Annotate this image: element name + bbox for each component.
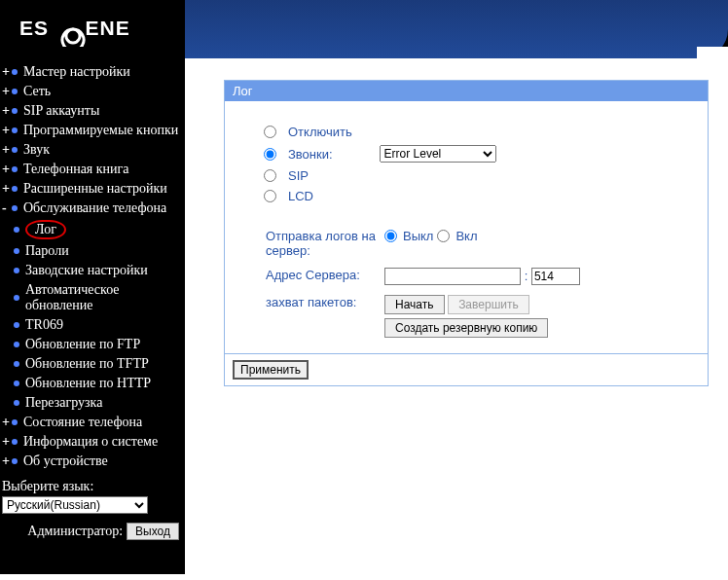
send-logs-label: Отправка логов на сервер: <box>266 225 382 262</box>
capture-start-button[interactable]: Начать <box>384 295 445 314</box>
expand-icon: + <box>2 181 12 197</box>
sidebar-item-label: SIP аккаунты <box>23 103 99 119</box>
log-mode-disable-radio[interactable] <box>264 126 276 138</box>
expand-icon: + <box>2 162 12 177</box>
bullet-icon <box>12 419 18 425</box>
expand-icon: + <box>2 123 12 138</box>
bullet-icon <box>12 166 18 172</box>
create-backup-button[interactable]: Создать резервную копию <box>384 318 548 338</box>
server-port-input[interactable] <box>531 268 580 285</box>
bullet-icon <box>12 439 18 445</box>
send-logs-on-label: Вкл <box>455 229 477 243</box>
sidebar-item-label: Состояние телефона <box>23 415 142 430</box>
bullet-icon <box>14 295 19 301</box>
sidebar-sub-passwords[interactable]: Пароли <box>0 241 185 261</box>
language-label: Выберите язык: <box>2 477 183 496</box>
log-mode-disable-label: Отключить <box>288 125 352 139</box>
sidebar-item-label: Пароли <box>25 243 69 259</box>
sidebar-item-label: Телефонная книга <box>23 162 129 177</box>
port-separator: : <box>525 269 528 283</box>
bullet-icon <box>12 108 18 114</box>
logo: ES ENE <box>0 0 185 58</box>
sidebar-item-about[interactable]: + Об устройстве <box>0 452 185 471</box>
sidebar-item-label: Мастер настройки <box>23 64 130 80</box>
log-mode-lcd-label: LCD <box>288 189 313 203</box>
expand-icon: + <box>2 415 12 430</box>
sidebar-item-programmable-keys[interactable]: + Программируемые кнопки <box>0 121 185 140</box>
sidebar-sub-tftp[interactable]: Обновление по TFTP <box>0 354 185 374</box>
bullet-icon <box>12 205 18 211</box>
expand-icon: + <box>2 453 12 469</box>
sidebar-item-phone-status[interactable]: + Состояние телефона <box>0 413 185 432</box>
sidebar-sub-factory[interactable]: Заводские настройки <box>0 261 185 280</box>
header-bar <box>185 0 728 58</box>
bullet-icon <box>14 322 19 328</box>
sidebar-item-sip-accounts[interactable]: + SIP аккаунты <box>0 101 185 121</box>
sidebar-item-wizard[interactable]: + Мастер настройки <box>0 62 185 82</box>
log-level-select[interactable]: Error Level <box>380 145 496 163</box>
send-logs-off-label: Выкл <box>403 229 433 243</box>
bullet-icon <box>14 227 19 233</box>
sidebar-item-system-info[interactable]: + Информация о системе <box>0 432 185 452</box>
sidebar-item-label: Обновление по HTTP <box>25 376 151 391</box>
bullet-icon <box>12 89 18 94</box>
sidebar-item-label: Автоматическое обновление <box>25 282 181 313</box>
sidebar-sub-reboot[interactable]: Перезагрузка <box>0 393 185 413</box>
bullet-icon <box>14 342 19 347</box>
log-mode-calls-label: Звонки: <box>288 147 333 162</box>
sidebar-sub-http[interactable]: Обновление по HTTP <box>0 374 185 393</box>
sidebar-item-label: Лог <box>25 220 66 239</box>
sidebar-item-sound[interactable]: + Звук <box>0 140 185 160</box>
sidebar-sub-tr069[interactable]: TR069 <box>0 315 185 335</box>
send-logs-on-radio[interactable] <box>437 230 450 242</box>
sidebar-item-maintenance[interactable]: - Обслуживание телефона <box>0 199 185 218</box>
packet-capture-label: захват пакетов: <box>266 291 382 342</box>
expand-icon: + <box>2 103 12 119</box>
sidebar-sub-autoupdate[interactable]: Автоматическое обновление <box>0 280 185 315</box>
bullet-icon <box>12 147 18 153</box>
collapse-icon: - <box>2 200 12 216</box>
bullet-icon <box>14 248 19 254</box>
panel-title: Лог <box>225 81 708 101</box>
sidebar-item-label: Программируемые кнопки <box>23 123 178 138</box>
sidebar-item-label: Перезагрузка <box>25 395 102 411</box>
server-address-input[interactable] <box>384 268 521 285</box>
sidebar: + Мастер настройки + Сеть + SIP аккаунты… <box>0 58 185 574</box>
log-mode-lcd-radio[interactable] <box>264 190 276 202</box>
expand-icon: + <box>2 142 12 158</box>
sidebar-item-label: Сеть <box>23 84 51 99</box>
bullet-icon <box>14 268 19 273</box>
sidebar-item-phonebook[interactable]: + Телефонная книга <box>0 160 185 179</box>
expand-icon: + <box>2 434 12 450</box>
language-select[interactable]: Русский(Russian) <box>2 496 148 514</box>
svg-text:ENE: ENE <box>86 17 130 39</box>
bullet-icon <box>12 186 18 192</box>
expand-icon: + <box>2 64 12 80</box>
sidebar-sub-ftp[interactable]: Обновление по FTP <box>0 335 185 354</box>
capture-finish-button[interactable]: Завершить <box>448 295 529 314</box>
sidebar-item-label: Информация о системе <box>23 434 158 450</box>
send-logs-off-radio[interactable] <box>384 230 397 242</box>
sidebar-sub-log[interactable]: Лог <box>0 218 185 241</box>
apply-button[interactable]: Применить <box>233 360 309 380</box>
sidebar-item-network[interactable]: + Сеть <box>0 82 185 101</box>
admin-label: Администратор: <box>27 524 123 539</box>
sidebar-item-label: Об устройстве <box>23 453 108 469</box>
sidebar-item-label: TR069 <box>25 317 63 333</box>
bullet-icon <box>12 127 18 133</box>
bullet-icon <box>12 69 18 75</box>
bullet-icon <box>14 381 19 386</box>
logout-button[interactable]: Выход <box>127 523 179 540</box>
svg-text:ES: ES <box>19 17 49 39</box>
sidebar-item-advanced[interactable]: + Расширенные настройки <box>0 179 185 199</box>
bullet-icon <box>12 458 18 464</box>
sidebar-item-label: Расширенные настройки <box>23 181 167 197</box>
sidebar-item-label: Обновление по TFTP <box>25 356 149 372</box>
log-mode-sip-label: SIP <box>288 168 309 183</box>
sidebar-item-label: Заводские настройки <box>25 263 148 278</box>
log-mode-sip-radio[interactable] <box>264 169 276 182</box>
bullet-icon <box>14 361 19 367</box>
sidebar-item-label: Обслуживание телефона <box>23 200 166 216</box>
expand-icon: + <box>2 84 12 99</box>
log-mode-calls-radio[interactable] <box>264 148 276 161</box>
